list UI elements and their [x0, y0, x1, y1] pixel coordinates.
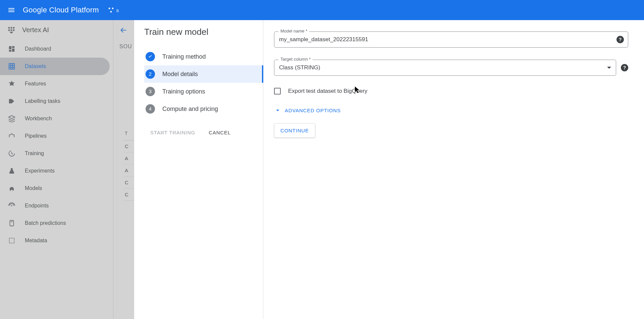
step-badge-done	[146, 52, 155, 61]
sidebar-item-metadata[interactable]: Metadata	[0, 232, 110, 249]
sidebar-item-models[interactable]: Models	[0, 180, 110, 197]
svg-point-1	[112, 8, 113, 9]
project-letter: s	[116, 7, 119, 13]
step-label: Training options	[162, 88, 205, 95]
chevron-down-icon	[607, 67, 611, 69]
features-icon	[8, 80, 15, 87]
sidebar-item-features[interactable]: Features	[0, 75, 110, 92]
advanced-options-label: ADVANCED OPTIONS	[285, 108, 341, 113]
svg-point-4	[11, 205, 12, 206]
sidebar-item-batch[interactable]: Batch predictions	[0, 214, 110, 232]
sidebar-item-label: Datasets	[25, 63, 46, 69]
cancel-button[interactable]: CANCEL	[209, 130, 231, 135]
step-label: Training method	[162, 53, 206, 60]
workbench-icon	[8, 115, 15, 122]
project-icon	[108, 7, 114, 13]
start-training-button[interactable]: START TRAINING	[150, 130, 195, 135]
target-column-label: Target column *	[278, 57, 313, 62]
logo-rest: Cloud Platform	[47, 6, 99, 14]
step-training-method[interactable]: Training method	[144, 48, 263, 65]
sidebar-item-label: Dashboard	[25, 46, 51, 52]
sidebar-item-label: Features	[25, 81, 46, 87]
target-column-value: Class (STRING)	[279, 64, 607, 71]
metadata-icon	[8, 237, 15, 244]
step-compute-pricing[interactable]: 4 Compute and pricing	[144, 100, 263, 118]
project-selector[interactable]: s	[108, 7, 119, 13]
svg-point-0	[108, 8, 110, 9]
svg-rect-5	[10, 220, 14, 226]
label-icon	[8, 98, 15, 105]
sidebar-item-experiments[interactable]: Experiments	[0, 162, 110, 180]
step-training-options[interactable]: 3 Training options	[144, 83, 263, 100]
sidebar-item-label: Workbench	[25, 116, 52, 122]
sidebar-item-dashboard[interactable]: Dashboard	[0, 40, 110, 58]
check-icon	[148, 54, 153, 59]
sidebar-item-label: Labelling tasks	[25, 98, 60, 104]
sidebar-item-datasets[interactable]: Datasets	[0, 58, 110, 75]
target-column-select[interactable]: Target column * Class (STRING)	[274, 60, 616, 76]
train-model-dialog: Train new model Training method 2 Model …	[134, 20, 644, 319]
step-badge: 4	[146, 104, 155, 114]
dashboard-icon	[8, 45, 15, 53]
experiments-icon	[8, 167, 15, 175]
gcp-logo[interactable]: Google Cloud Platform	[23, 6, 99, 14]
product-name: Vertex AI	[22, 26, 49, 34]
model-name-input[interactable]	[279, 36, 623, 43]
sidebar-item-label: Batch predictions	[25, 220, 66, 226]
sidebar-item-label: Models	[25, 185, 42, 191]
back-arrow-icon[interactable]	[119, 26, 127, 34]
sidebar-item-pipelines[interactable]: Pipelines	[0, 127, 110, 145]
svg-rect-6	[11, 221, 13, 222]
sidebar-item-endpoints[interactable]: Endpoints	[0, 197, 110, 214]
sidebar-item-label: Endpoints	[25, 203, 49, 209]
model-name-label: Model name *	[278, 28, 309, 34]
pipelines-icon	[8, 132, 15, 140]
export-bq-label: Export test dataset to BigQuery	[288, 88, 367, 94]
chevron-down-icon	[274, 107, 281, 114]
dialog-title: Train new model	[144, 27, 263, 37]
sidebar-item-training[interactable]: Training	[0, 145, 110, 162]
nav-menu-button[interactable]	[3, 2, 19, 18]
svg-point-2	[110, 11, 112, 13]
step-label: Model details	[162, 71, 198, 78]
step-badge: 3	[146, 87, 155, 96]
step-label: Compute and pricing	[162, 106, 218, 113]
logo-google: Google	[23, 6, 47, 14]
sidebar-item-label: Metadata	[25, 238, 47, 244]
sidebar: Vertex AI Dashboard Datasets Features La…	[0, 20, 113, 319]
vertex-ai-icon	[7, 25, 16, 35]
sidebar-item-label: Training	[25, 150, 44, 156]
export-bq-row: Export test dataset to BigQuery	[274, 88, 628, 94]
step-badge: 2	[146, 69, 155, 79]
sidebar-item-workbench[interactable]: Workbench	[0, 110, 110, 127]
batch-icon	[8, 219, 15, 227]
sidebar-list: Dashboard Datasets Features Labelling ta…	[0, 40, 113, 249]
hamburger-icon	[7, 6, 15, 14]
product-header: Vertex AI	[0, 20, 113, 40]
sidebar-item-labelling[interactable]: Labelling tasks	[0, 92, 110, 110]
model-name-box[interactable]: Model name * ?	[274, 31, 628, 48]
advanced-options-toggle[interactable]: ADVANCED OPTIONS	[274, 107, 628, 114]
help-icon[interactable]: ?	[621, 64, 628, 71]
step-model-details[interactable]: 2 Model details	[144, 65, 263, 83]
dialog-steps-panel: Train new model Training method 2 Model …	[134, 20, 263, 319]
help-icon[interactable]: ?	[616, 36, 624, 43]
endpoints-icon	[8, 202, 15, 209]
model-name-field: Model name * ?	[274, 31, 628, 48]
training-icon	[8, 150, 15, 157]
export-bq-checkbox[interactable]	[274, 88, 281, 94]
target-column-field: Target column * Class (STRING) ?	[274, 60, 628, 76]
continue-button[interactable]: CONTINUE	[274, 123, 315, 138]
dialog-form-panel: Model name * ? Target column * Class (ST…	[263, 20, 639, 319]
datasets-icon	[8, 63, 15, 70]
models-icon	[8, 185, 15, 192]
sidebar-item-label: Experiments	[25, 168, 55, 174]
top-bar: Google Cloud Platform s	[0, 0, 644, 20]
sidebar-item-label: Pipelines	[25, 133, 47, 139]
